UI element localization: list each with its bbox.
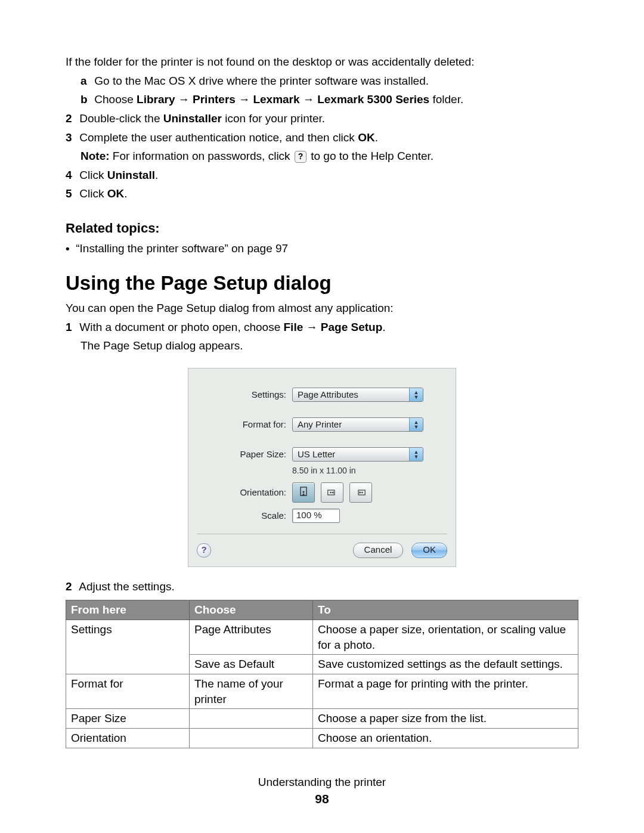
path-printers: Printers xyxy=(193,93,236,106)
step-2: 2 Double-click the Uninstaller icon for … xyxy=(66,111,578,126)
path-series: Lexmark 5300 Series xyxy=(317,93,429,106)
th-from-here: From here xyxy=(66,600,190,620)
note-label: Note: xyxy=(80,150,110,162)
table-row: Paper Size Choose a paper size from the … xyxy=(66,709,578,729)
chevron-updown-icon: ▲▼ xyxy=(409,418,423,431)
dialog-separator xyxy=(197,534,447,534)
settings-table: From here Choose To Settings Page Attrib… xyxy=(66,600,578,748)
ps1-pagesetup: Page Setup xyxy=(321,321,382,333)
chevron-updown-icon: ▲▼ xyxy=(409,388,423,401)
related-heading: Related topics: xyxy=(66,219,578,237)
format-value: Any Printer xyxy=(298,419,342,429)
step-5: 5 Click OK. xyxy=(66,186,578,202)
step4-suf: . xyxy=(155,169,158,181)
th-to: To xyxy=(313,600,578,620)
ps1-pre: With a document or photo open, choose xyxy=(79,321,283,333)
related-item-text: “Installing the printer software” on pag… xyxy=(76,242,288,255)
th-choose: Choose xyxy=(190,600,313,620)
cell-format-for-desc: Format a page for printing with the prin… xyxy=(313,674,578,709)
page-setup-dialog: Settings: Page Attributes ▲▼ Format for:… xyxy=(188,368,456,567)
ps2-text: Adjust the settings. xyxy=(79,580,175,593)
step5-pre: Click xyxy=(79,187,107,200)
cell-format-for-choose: The name of your printer xyxy=(190,674,313,709)
orientation-landscape-right-button[interactable] xyxy=(349,482,372,503)
table-row: Settings Page Attributes Choose a paper … xyxy=(66,620,578,655)
footer-chapter: Understanding the printer xyxy=(66,775,578,790)
step3-suf: . xyxy=(375,131,378,144)
step-4: 4 Click Uninstall. xyxy=(66,168,578,183)
substep-a-text: Go to the Mac OS X drive where the print… xyxy=(94,75,429,87)
note-mid: For information on passwords, click xyxy=(110,150,293,162)
cell-format-for: Format for xyxy=(66,674,190,709)
orientation-portrait-button[interactable] xyxy=(292,482,315,503)
section-intro: You can open the Page Setup dialog from … xyxy=(66,301,578,316)
paper-label: Paper Size: xyxy=(197,448,292,460)
cell-save-default-desc: Save customized settings as the default … xyxy=(313,655,578,674)
cancel-button[interactable]: Cancel xyxy=(353,543,404,558)
table-row: Orientation Choose an orientation. xyxy=(66,728,578,748)
step3-pre: Complete the user authentication notice,… xyxy=(79,131,358,144)
cell-orientation-desc: Choose an orientation. xyxy=(313,728,578,748)
path-lexmark: Lexmark xyxy=(253,93,299,106)
settings-select[interactable]: Page Attributes ▲▼ xyxy=(292,388,423,402)
step3-bold: OK xyxy=(358,131,375,144)
substep-b-suf: folder. xyxy=(429,93,463,106)
orientation-label: Orientation: xyxy=(197,487,292,498)
related-item: • “Installing the printer software” on p… xyxy=(66,241,578,256)
scale-label: Scale: xyxy=(197,510,292,522)
svg-point-5 xyxy=(361,492,363,493)
ps-step1-line2: The Page Setup dialog appears. xyxy=(80,338,578,354)
intro-text: If the folder for the printer is not fou… xyxy=(66,54,578,70)
section-heading: Using the Page Setup dialog xyxy=(66,270,578,297)
scale-input[interactable]: 100 % xyxy=(292,509,340,523)
step2-pre: Double-click the xyxy=(79,112,163,125)
step4-bold: Uninstall xyxy=(107,169,155,181)
help-icon[interactable]: ? xyxy=(197,543,211,558)
table-row: Format for The name of your printer Form… xyxy=(66,674,578,709)
step2-bold: Uninstaller xyxy=(163,112,222,125)
cell-paper-size: Paper Size xyxy=(66,709,190,729)
substep-b-pre: Choose xyxy=(94,93,137,106)
note-line: Note: For information on passwords, clic… xyxy=(80,148,578,164)
format-select[interactable]: Any Printer ▲▼ xyxy=(292,417,423,432)
format-label: Format for: xyxy=(197,419,292,431)
ps-step1: 1 With a document or photo open, choose … xyxy=(66,320,578,335)
cell-settings: Settings xyxy=(66,620,190,674)
path-library: Library xyxy=(137,93,175,106)
cell-save-default: Save as Default xyxy=(190,655,313,674)
step5-bold: OK xyxy=(107,187,125,200)
ps1-dot: . xyxy=(382,321,385,333)
settings-value: Page Attributes xyxy=(298,389,358,400)
ps-step2: 2 Adjust the settings. xyxy=(66,579,578,594)
orientation-landscape-left-button[interactable] xyxy=(321,482,343,503)
step2-suf: icon for your printer. xyxy=(222,112,325,125)
note-suf: to go to the Help Center. xyxy=(308,150,434,162)
step-3: 3 Complete the user authentication notic… xyxy=(66,130,578,145)
step5-suf: . xyxy=(124,187,127,200)
settings-label: Settings: xyxy=(197,389,292,401)
cell-orientation: Orientation xyxy=(66,728,190,748)
cell-page-attr: Page Attributes xyxy=(190,620,313,655)
substep-a: a Go to the Mac OS X drive where the pri… xyxy=(80,73,578,89)
cell-page-attr-desc: Choose a paper size, orientation, or sca… xyxy=(313,620,578,655)
substep-b: b Choose Library → Printers → Lexmark → … xyxy=(80,92,578,107)
paper-dimensions: 8.50 in x 11.00 in xyxy=(292,465,447,476)
paper-value: US Letter xyxy=(298,449,335,459)
chevron-updown-icon: ▲▼ xyxy=(409,448,423,461)
page-number: 98 xyxy=(66,791,578,807)
cell-paper-size-desc: Choose a paper size from the list. xyxy=(313,709,578,729)
paper-select[interactable]: US Letter ▲▼ xyxy=(292,447,423,462)
step4-pre: Click xyxy=(79,169,107,181)
question-icon: ? xyxy=(295,151,306,163)
svg-point-3 xyxy=(330,492,331,493)
ok-button[interactable]: OK xyxy=(411,543,447,558)
svg-point-1 xyxy=(302,491,304,493)
ps1-file: File xyxy=(284,321,304,333)
